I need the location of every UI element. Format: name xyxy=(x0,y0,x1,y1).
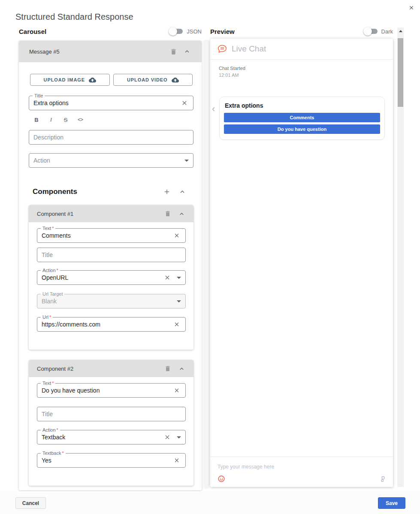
message-card-header: Message #5 xyxy=(19,41,202,62)
carousel-card-button-question[interactable]: Do you have question xyxy=(224,124,380,134)
component-1-url-input[interactable] xyxy=(42,321,170,328)
preview-scrollbar[interactable] xyxy=(397,27,404,487)
field-label: Url Target xyxy=(42,291,63,296)
clear-icon[interactable] xyxy=(163,433,172,441)
field-label: Title xyxy=(34,93,43,98)
json-toggle[interactable] xyxy=(170,29,183,34)
message-action-value[interactable] xyxy=(33,157,179,164)
collapse-message-icon[interactable] xyxy=(182,46,192,57)
editor-heading: Carousel xyxy=(19,28,46,35)
component-2-action-select[interactable]: Action* xyxy=(37,430,186,444)
attachment-icon[interactable] xyxy=(379,476,386,482)
emoji-icon[interactable] xyxy=(218,475,225,483)
chat-input-area xyxy=(210,457,393,487)
component-2-text-input[interactable] xyxy=(42,387,170,394)
clear-icon[interactable] xyxy=(180,99,189,107)
chevron-down-icon[interactable] xyxy=(177,277,181,279)
save-button[interactable]: Save xyxy=(378,497,405,509)
chat-started-time: 12:01 AM xyxy=(219,73,384,78)
component-card-1: Component #1 Text* Action* xyxy=(29,205,193,350)
cancel-button[interactable]: Cancel xyxy=(15,497,46,509)
format-toolbar: B I S <> xyxy=(29,116,193,124)
clear-icon[interactable] xyxy=(172,386,181,395)
upload-video-label: UPLOAD VIDEO xyxy=(127,77,168,82)
component-1-title: Component #1 xyxy=(37,211,163,217)
chat-status: Chat Started 12:01 AM xyxy=(210,60,393,78)
clear-icon[interactable] xyxy=(172,456,181,465)
component-2-title-field[interactable] xyxy=(37,407,186,421)
component-1-title-field[interactable] xyxy=(37,248,186,262)
component-2-action-value[interactable] xyxy=(42,434,160,441)
close-icon[interactable] xyxy=(407,3,416,12)
components-section-header: Components xyxy=(29,187,193,197)
chevron-down-icon[interactable] xyxy=(177,300,181,302)
dark-toggle[interactable] xyxy=(365,29,378,34)
field-label: Text xyxy=(42,381,51,386)
upload-image-button[interactable]: UPLOAD IMAGE xyxy=(30,74,110,86)
upload-video-button[interactable]: UPLOAD VIDEO xyxy=(113,74,193,86)
message-description-input[interactable] xyxy=(33,134,189,141)
italic-icon[interactable]: I xyxy=(46,116,56,123)
chevron-down-icon[interactable] xyxy=(184,160,189,162)
editor-scrollbar-track[interactable] xyxy=(203,39,209,489)
clear-icon[interactable] xyxy=(172,320,181,329)
clear-icon[interactable] xyxy=(163,273,172,282)
carousel-card-title: Extra options xyxy=(225,102,379,109)
field-label: Action xyxy=(42,427,56,432)
collapse-component-icon[interactable] xyxy=(176,209,187,219)
collapse-component-icon[interactable] xyxy=(176,363,187,374)
add-component-icon[interactable] xyxy=(162,187,172,197)
field-label: Action xyxy=(42,268,56,273)
component-1-action-value[interactable] xyxy=(42,274,160,281)
field-label: Text xyxy=(42,226,51,231)
chevron-down-icon[interactable] xyxy=(177,436,181,438)
component-2-header: Component #2 xyxy=(29,360,193,377)
chat-bubble-icon xyxy=(217,44,227,54)
message-title-input[interactable] xyxy=(33,100,178,106)
message-title: Message #5 xyxy=(29,48,168,55)
delete-message-icon[interactable] xyxy=(168,46,178,57)
component-1-title-input[interactable] xyxy=(42,251,181,258)
component-1-text-field[interactable]: Text* xyxy=(37,228,186,243)
clear-icon[interactable] xyxy=(172,231,181,240)
json-toggle-knob xyxy=(169,27,177,36)
chat-body: ‹ Extra options Comments Do you have que… xyxy=(210,78,393,457)
carousel-prev-icon[interactable]: ‹ xyxy=(212,104,215,114)
component-2-textback-input[interactable] xyxy=(42,457,170,464)
chat-message-input[interactable] xyxy=(218,464,386,470)
chat-widget-title: Live Chat xyxy=(232,44,266,54)
component-2-title-input[interactable] xyxy=(42,411,181,417)
bold-icon[interactable]: B xyxy=(32,117,41,123)
message-title-field[interactable]: Title xyxy=(29,96,193,110)
component-2-text-field[interactable]: Text* xyxy=(37,383,186,398)
component-1-url-target-value[interactable] xyxy=(42,298,172,305)
message-card: Message #5 UPLOAD IMAGE UPLOAD VIDEO Tit… xyxy=(19,41,202,490)
editor-header: Carousel JSON xyxy=(19,26,202,37)
collapse-components-icon[interactable] xyxy=(177,187,187,197)
dark-toggle-label: Dark xyxy=(381,28,393,35)
dark-toggle-knob xyxy=(363,27,372,36)
message-action-select[interactable] xyxy=(29,153,193,168)
component-1-text-input[interactable] xyxy=(42,232,170,239)
component-card-2: Component #2 Text* Action* xyxy=(29,360,193,486)
component-2-textback-field[interactable]: Textback* xyxy=(37,453,186,468)
code-icon[interactable]: <> xyxy=(76,117,85,123)
component-2-title: Component #2 xyxy=(37,366,163,372)
field-label: Url xyxy=(42,314,48,320)
carousel-card-button-comments[interactable]: Comments xyxy=(224,113,380,122)
json-toggle-label: JSON xyxy=(187,28,202,35)
preview-heading: Preview xyxy=(210,28,235,35)
page-title: Structured Standard Response xyxy=(15,12,133,22)
delete-component-icon[interactable] xyxy=(163,209,173,219)
component-1-url-target-select[interactable]: Url Target xyxy=(37,294,186,308)
component-1-url-field[interactable]: Url* xyxy=(37,317,186,332)
strikethrough-icon[interactable]: S xyxy=(61,117,70,123)
component-1-header: Component #1 xyxy=(29,205,193,222)
chat-started-label: Chat Started xyxy=(219,66,384,71)
message-description-field[interactable] xyxy=(29,130,193,145)
component-1-action-select[interactable]: Action* xyxy=(37,270,186,285)
preview-scrollbar-thumb[interactable] xyxy=(398,38,403,107)
field-label: Textback xyxy=(42,451,61,456)
delete-component-icon[interactable] xyxy=(163,363,173,374)
scroll-up-arrow-icon[interactable] xyxy=(397,27,404,34)
